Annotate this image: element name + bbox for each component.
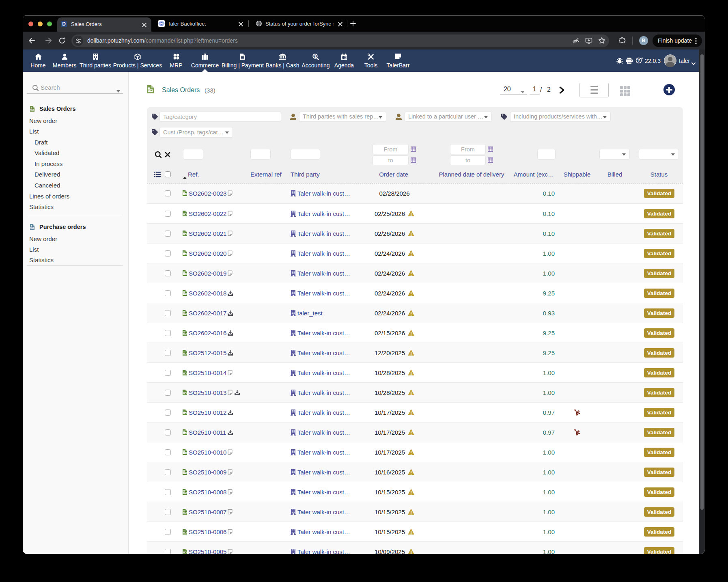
svg-text:?: ? bbox=[638, 58, 640, 63]
